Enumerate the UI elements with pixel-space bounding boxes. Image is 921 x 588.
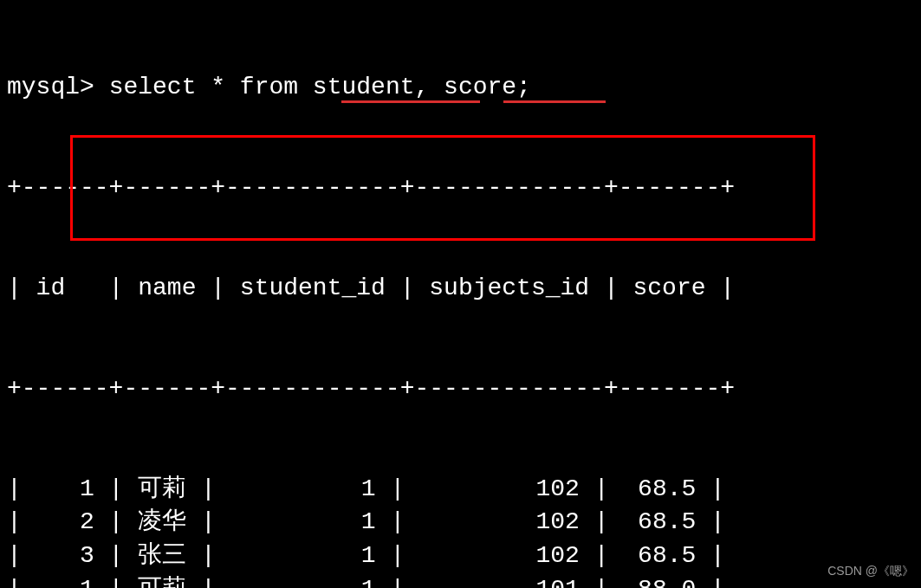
table-border-mid: +------+------+------------+------------…: [7, 372, 914, 406]
underline-score: [503, 100, 606, 103]
table-row: | 1 | 可莉 | 1 | 101 | 88.0 |: [7, 573, 914, 588]
table-border-top: +------+------+------------+------------…: [7, 171, 914, 205]
query-line: mysql> select * from student, score;: [7, 71, 914, 105]
table-row: | 3 | 张三 | 1 | 102 | 68.5 |: [7, 540, 914, 573]
terminal-output: mysql> select * from student, score; +--…: [7, 4, 914, 588]
table-rows: | 1 | 可莉 | 1 | 102 | 68.5 || 2 | 凌华 | 1 …: [7, 473, 914, 588]
mysql-prompt: mysql>: [7, 74, 109, 100]
sql-query: select * from student, score;: [109, 74, 531, 100]
watermark: CSDN @《嗯》: [827, 563, 914, 579]
table-row: | 2 | 凌华 | 1 | 102 | 68.5 |: [7, 506, 914, 540]
table-row: | 1 | 可莉 | 1 | 102 | 68.5 |: [7, 473, 914, 507]
underline-student: [341, 100, 480, 103]
table-header-row: | id | name | student_id | subjects_id |…: [7, 272, 914, 306]
